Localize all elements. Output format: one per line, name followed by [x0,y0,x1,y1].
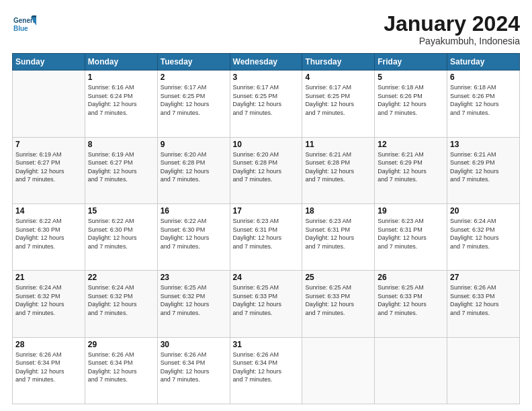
calendar-table: Sunday Monday Tuesday Wednesday Thursday… [12,53,520,404]
week-row-1: 1Sunrise: 6:16 AM Sunset: 6:24 PM Daylig… [13,71,520,137]
day-info-7: Sunrise: 6:19 AM Sunset: 6:27 PM Dayligh… [15,150,82,184]
day-number-17: 17 [233,206,300,216]
cell-w1-d4: 3Sunrise: 6:17 AM Sunset: 6:25 PM Daylig… [230,71,302,137]
svg-text:Blue: Blue [13,25,28,32]
day-info-16: Sunrise: 6:22 AM Sunset: 6:30 PM Dayligh… [161,217,227,250]
cell-w5-d5 [302,337,375,404]
header-sunday: Sunday [13,54,85,71]
day-number-16: 16 [161,206,227,216]
day-number-27: 27 [450,273,517,282]
cell-w4-d1: 21Sunrise: 6:24 AM Sunset: 6:32 PM Dayli… [13,271,85,337]
day-info-23: Sunrise: 6:25 AM Sunset: 6:32 PM Dayligh… [161,283,227,317]
day-number-5: 5 [378,73,444,82]
header-monday: Monday [85,54,157,71]
header-tuesday: Tuesday [157,54,230,71]
week-row-4: 21Sunrise: 6:24 AM Sunset: 6:32 PM Dayli… [13,271,520,337]
day-info-3: Sunrise: 6:17 AM Sunset: 6:25 PM Dayligh… [233,83,300,117]
day-info-31: Sunrise: 6:26 AM Sunset: 6:34 PM Dayligh… [233,351,300,384]
day-number-15: 15 [88,206,154,216]
day-info-10: Sunrise: 6:20 AM Sunset: 6:28 PM Dayligh… [233,150,300,184]
cell-w3-d2: 15Sunrise: 6:22 AM Sunset: 6:30 PM Dayli… [85,203,157,270]
day-info-13: Sunrise: 6:21 AM Sunset: 6:29 PM Dayligh… [450,150,517,184]
cell-w1-d6: 5Sunrise: 6:18 AM Sunset: 6:26 PM Daylig… [375,71,447,137]
cell-w1-d3: 2Sunrise: 6:17 AM Sunset: 6:25 PM Daylig… [157,71,230,137]
day-info-29: Sunrise: 6:26 AM Sunset: 6:34 PM Dayligh… [88,351,154,384]
cell-w5-d7 [447,337,520,404]
day-number-8: 8 [88,140,154,149]
cell-w5-d1: 28Sunrise: 6:26 AM Sunset: 6:34 PM Dayli… [13,337,85,404]
day-number-1: 1 [88,73,154,82]
cell-w3-d4: 17Sunrise: 6:23 AM Sunset: 6:31 PM Dayli… [230,203,302,270]
day-info-11: Sunrise: 6:21 AM Sunset: 6:28 PM Dayligh… [305,150,371,184]
month-title: January 2024 [384,12,520,36]
header-thursday: Thursday [302,54,375,71]
cell-w2-d3: 9Sunrise: 6:20 AM Sunset: 6:28 PM Daylig… [157,137,230,203]
day-info-1: Sunrise: 6:16 AM Sunset: 6:24 PM Dayligh… [88,83,154,117]
day-info-30: Sunrise: 6:26 AM Sunset: 6:34 PM Dayligh… [161,351,227,384]
week-row-3: 14Sunrise: 6:22 AM Sunset: 6:30 PM Dayli… [13,203,520,270]
day-info-19: Sunrise: 6:23 AM Sunset: 6:31 PM Dayligh… [378,217,444,250]
day-info-24: Sunrise: 6:25 AM Sunset: 6:33 PM Dayligh… [233,283,300,317]
day-number-14: 14 [15,206,82,216]
day-info-25: Sunrise: 6:25 AM Sunset: 6:33 PM Dayligh… [305,283,371,317]
day-info-6: Sunrise: 6:18 AM Sunset: 6:26 PM Dayligh… [450,83,517,117]
day-number-3: 3 [233,73,300,82]
cell-w1-d2: 1Sunrise: 6:16 AM Sunset: 6:24 PM Daylig… [85,71,157,137]
day-info-20: Sunrise: 6:24 AM Sunset: 6:32 PM Dayligh… [450,217,517,250]
day-number-30: 30 [161,340,227,349]
cell-w4-d5: 25Sunrise: 6:25 AM Sunset: 6:33 PM Dayli… [302,271,375,337]
day-number-31: 31 [233,340,300,349]
cell-w2-d6: 12Sunrise: 6:21 AM Sunset: 6:29 PM Dayli… [375,137,447,203]
cell-w4-d4: 24Sunrise: 6:25 AM Sunset: 6:33 PM Dayli… [230,271,302,337]
svg-marker-3 [31,15,36,17]
cell-w2-d7: 13Sunrise: 6:21 AM Sunset: 6:29 PM Dayli… [447,137,520,203]
location: Payakumbuh, Indonesia [384,36,520,46]
cell-w4-d7: 27Sunrise: 6:26 AM Sunset: 6:33 PM Dayli… [447,271,520,337]
cell-w2-d1: 7Sunrise: 6:19 AM Sunset: 6:27 PM Daylig… [13,137,85,203]
day-number-25: 25 [305,273,371,282]
week-row-2: 7Sunrise: 6:19 AM Sunset: 6:27 PM Daylig… [13,137,520,203]
day-info-21: Sunrise: 6:24 AM Sunset: 6:32 PM Dayligh… [15,283,82,317]
day-number-29: 29 [88,340,154,349]
cell-w2-d2: 8Sunrise: 6:19 AM Sunset: 6:27 PM Daylig… [85,137,157,203]
logo: General Blue [12,12,36,36]
cell-w3-d7: 20Sunrise: 6:24 AM Sunset: 6:32 PM Dayli… [447,203,520,270]
day-number-24: 24 [233,273,300,282]
cell-w5-d6 [375,337,447,404]
cell-w5-d3: 30Sunrise: 6:26 AM Sunset: 6:34 PM Dayli… [157,337,230,404]
day-info-2: Sunrise: 6:17 AM Sunset: 6:25 PM Dayligh… [161,83,227,117]
cell-w3-d1: 14Sunrise: 6:22 AM Sunset: 6:30 PM Dayli… [13,203,85,270]
day-number-26: 26 [378,273,444,282]
cell-w5-d4: 31Sunrise: 6:26 AM Sunset: 6:34 PM Dayli… [230,337,302,404]
day-number-9: 9 [161,140,227,149]
header-friday: Friday [375,54,447,71]
header-row: Sunday Monday Tuesday Wednesday Thursday… [13,54,520,71]
day-number-20: 20 [450,206,517,216]
cell-w5-d2: 29Sunrise: 6:26 AM Sunset: 6:34 PM Dayli… [85,337,157,404]
day-number-23: 23 [161,273,227,282]
day-number-12: 12 [378,140,444,149]
header-saturday: Saturday [447,54,520,71]
cell-w3-d6: 19Sunrise: 6:23 AM Sunset: 6:31 PM Dayli… [375,203,447,270]
day-number-28: 28 [15,340,82,349]
day-number-22: 22 [88,273,154,282]
day-info-5: Sunrise: 6:18 AM Sunset: 6:26 PM Dayligh… [378,83,444,117]
day-info-26: Sunrise: 6:25 AM Sunset: 6:33 PM Dayligh… [378,283,444,317]
cell-w1-d1 [13,71,85,137]
day-info-8: Sunrise: 6:19 AM Sunset: 6:27 PM Dayligh… [88,150,154,184]
day-number-11: 11 [305,140,371,149]
day-info-28: Sunrise: 6:26 AM Sunset: 6:34 PM Dayligh… [15,351,82,384]
cell-w3-d3: 16Sunrise: 6:22 AM Sunset: 6:30 PM Dayli… [157,203,230,270]
day-info-18: Sunrise: 6:23 AM Sunset: 6:31 PM Dayligh… [305,217,371,250]
cell-w4-d6: 26Sunrise: 6:25 AM Sunset: 6:33 PM Dayli… [375,271,447,337]
day-number-6: 6 [450,73,517,82]
week-row-5: 28Sunrise: 6:26 AM Sunset: 6:34 PM Dayli… [13,337,520,404]
cell-w4-d3: 23Sunrise: 6:25 AM Sunset: 6:32 PM Dayli… [157,271,230,337]
page: General Blue January 2024 Payakumbuh, In… [0,0,532,411]
logo-icon: General Blue [12,12,36,36]
day-number-10: 10 [233,140,300,149]
cell-w1-d5: 4Sunrise: 6:17 AM Sunset: 6:25 PM Daylig… [302,71,375,137]
day-info-12: Sunrise: 6:21 AM Sunset: 6:29 PM Dayligh… [378,150,444,184]
cell-w4-d2: 22Sunrise: 6:24 AM Sunset: 6:32 PM Dayli… [85,271,157,337]
day-number-19: 19 [378,206,444,216]
